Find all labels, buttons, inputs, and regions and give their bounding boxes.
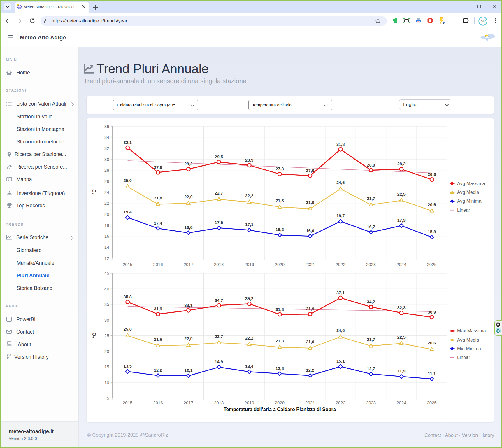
svg-text:15,1: 15,1 bbox=[336, 359, 345, 363]
svg-text:2017: 2017 bbox=[184, 400, 193, 405]
svg-text:2024: 2024 bbox=[396, 400, 406, 405]
svg-text:28,0: 28,0 bbox=[367, 163, 375, 167]
svg-text:28: 28 bbox=[104, 168, 109, 173]
svg-text:2020: 2020 bbox=[275, 262, 285, 267]
svg-text:2017: 2017 bbox=[184, 262, 193, 267]
svg-text:2016: 2016 bbox=[153, 400, 163, 405]
svg-text:30: 30 bbox=[104, 157, 109, 162]
svg-text:Avg Minima: Avg Minima bbox=[457, 199, 481, 204]
svg-text:31,8: 31,8 bbox=[336, 142, 345, 147]
svg-text:33,1: 33,1 bbox=[184, 303, 192, 308]
svg-text:17,5: 17,5 bbox=[215, 220, 223, 225]
svg-text:21,3: 21,3 bbox=[275, 198, 284, 203]
svg-text:2022: 2022 bbox=[336, 262, 345, 267]
svg-text:24,6: 24,6 bbox=[336, 328, 345, 333]
svg-text:12,7: 12,7 bbox=[367, 366, 375, 371]
svg-text:20,6: 20,6 bbox=[428, 341, 436, 345]
svg-text:2025: 2025 bbox=[427, 400, 437, 405]
svg-text:2024: 2024 bbox=[396, 262, 406, 267]
svg-text:Avg Media: Avg Media bbox=[457, 190, 479, 195]
svg-text:2021: 2021 bbox=[305, 262, 315, 267]
svg-text:Linear: Linear bbox=[457, 355, 470, 360]
svg-text:19,4: 19,4 bbox=[124, 210, 132, 214]
svg-text:28,9: 28,9 bbox=[245, 158, 253, 162]
svg-text:2023: 2023 bbox=[366, 400, 376, 405]
svg-text:22,0: 22,0 bbox=[184, 195, 192, 199]
svg-text:2019: 2019 bbox=[244, 400, 254, 405]
svg-text:12,2: 12,2 bbox=[306, 368, 314, 372]
svg-text:18,7: 18,7 bbox=[336, 214, 345, 218]
svg-text:22,2: 22,2 bbox=[245, 336, 253, 340]
svg-text:35,8: 35,8 bbox=[124, 295, 132, 299]
svg-text:2021: 2021 bbox=[305, 400, 315, 405]
svg-text:11,1: 11,1 bbox=[428, 371, 436, 376]
svg-text:22,7: 22,7 bbox=[215, 334, 223, 339]
svg-text:Min Minima: Min Minima bbox=[457, 346, 481, 351]
svg-text:14,9: 14,9 bbox=[215, 359, 223, 364]
svg-text:32: 32 bbox=[104, 146, 109, 151]
svg-text:20: 20 bbox=[104, 349, 109, 354]
svg-text:17,9: 17,9 bbox=[397, 218, 406, 223]
svg-text:13,5: 13,5 bbox=[124, 364, 132, 368]
svg-text:25,0: 25,0 bbox=[124, 327, 132, 332]
svg-text:2020: 2020 bbox=[275, 400, 285, 405]
svg-text:27,6: 27,6 bbox=[154, 165, 162, 170]
svg-text:32,1: 32,1 bbox=[124, 140, 132, 145]
svg-text:Avg Media: Avg Media bbox=[457, 337, 479, 342]
svg-text:21,7: 21,7 bbox=[367, 196, 375, 201]
svg-text:29,5: 29,5 bbox=[215, 155, 223, 159]
svg-text:21,7: 21,7 bbox=[367, 337, 375, 342]
svg-text:26: 26 bbox=[104, 179, 109, 184]
svg-text:20,6: 20,6 bbox=[428, 202, 436, 207]
svg-text:31,9: 31,9 bbox=[306, 307, 314, 311]
svg-text:36: 36 bbox=[104, 124, 109, 129]
svg-text:13,4: 13,4 bbox=[245, 364, 253, 369]
svg-text:12,2: 12,2 bbox=[154, 368, 162, 372]
svg-text:21,3: 21,3 bbox=[275, 339, 284, 343]
svg-text:27,0: 27,0 bbox=[306, 168, 314, 173]
svg-text:2015: 2015 bbox=[123, 400, 132, 405]
svg-text:20: 20 bbox=[104, 212, 109, 217]
svg-text:2016: 2016 bbox=[153, 262, 163, 267]
svg-text:15,8: 15,8 bbox=[428, 230, 436, 234]
svg-text:30: 30 bbox=[104, 318, 109, 323]
svg-text:28,2: 28,2 bbox=[397, 162, 406, 166]
svg-text:2019: 2019 bbox=[244, 262, 254, 267]
svg-text:16,2: 16,2 bbox=[275, 227, 284, 232]
svg-text:17,4: 17,4 bbox=[154, 221, 162, 225]
svg-text:Max Massima: Max Massima bbox=[457, 328, 486, 333]
svg-text:5: 5 bbox=[107, 396, 109, 400]
svg-text:21,0: 21,0 bbox=[306, 340, 314, 344]
svg-text:21,0: 21,0 bbox=[306, 200, 314, 205]
svg-text:°C: °C bbox=[92, 189, 97, 195]
svg-text:21,8: 21,8 bbox=[154, 196, 162, 200]
svg-text:2018: 2018 bbox=[214, 400, 224, 405]
svg-text:22,0: 22,0 bbox=[184, 336, 192, 341]
svg-text:24,6: 24,6 bbox=[336, 180, 345, 185]
svg-text:Temperatura dell'aria a Caldar: Temperatura dell'aria a Caldaro Pianizza… bbox=[224, 407, 336, 412]
svg-text:34,2: 34,2 bbox=[367, 300, 375, 304]
svg-text:34,7: 34,7 bbox=[215, 298, 223, 303]
svg-text:27,3: 27,3 bbox=[275, 167, 284, 171]
svg-text:30,9: 30,9 bbox=[428, 310, 436, 314]
svg-text:22,5: 22,5 bbox=[397, 335, 406, 340]
svg-text:25,0: 25,0 bbox=[124, 178, 132, 183]
svg-text:16,7: 16,7 bbox=[367, 225, 375, 229]
svg-text:2015: 2015 bbox=[123, 262, 132, 267]
svg-text:2025: 2025 bbox=[427, 262, 437, 267]
svg-text:22,2: 22,2 bbox=[245, 193, 253, 198]
svg-text:12: 12 bbox=[104, 256, 109, 261]
svg-text:34: 34 bbox=[104, 135, 109, 140]
svg-text:22,5: 22,5 bbox=[397, 192, 406, 197]
svg-text:10: 10 bbox=[104, 380, 109, 385]
svg-text:40: 40 bbox=[104, 286, 109, 291]
svg-text:16: 16 bbox=[104, 234, 109, 239]
svg-text:2022: 2022 bbox=[336, 400, 345, 405]
svg-text:2018: 2018 bbox=[214, 262, 224, 267]
svg-text:18: 18 bbox=[104, 223, 109, 228]
svg-text:35: 35 bbox=[104, 302, 109, 307]
svg-text:Avg Massima: Avg Massima bbox=[457, 181, 485, 186]
svg-text:11,9: 11,9 bbox=[397, 369, 405, 373]
svg-text:26,3: 26,3 bbox=[428, 172, 436, 177]
svg-text:32,3: 32,3 bbox=[397, 305, 406, 310]
